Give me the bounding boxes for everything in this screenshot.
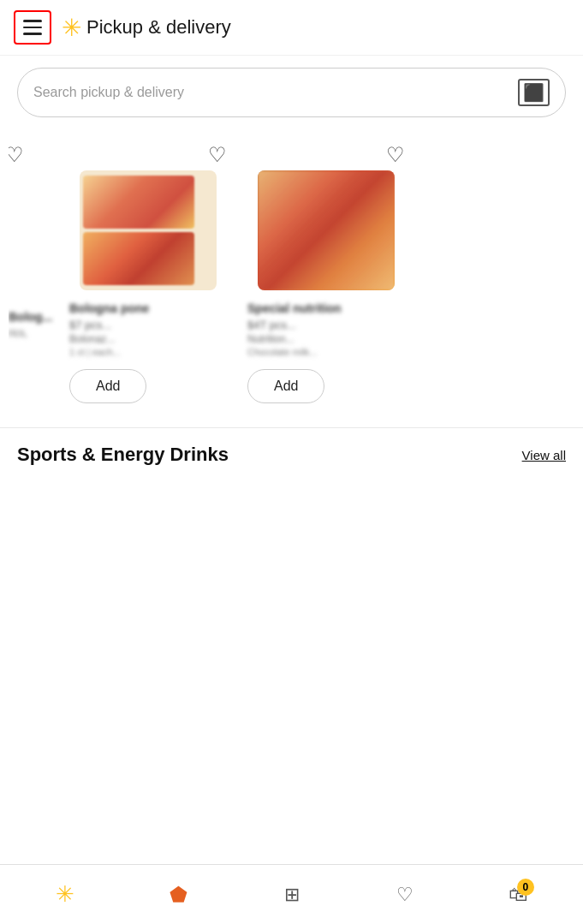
menu-icon-line2 <box>23 27 42 29</box>
nav-item-cart[interactable]: 🛍 0 <box>461 884 574 906</box>
product-card-1: ♡ Bologna pone $7 pcs... Bolonaz... 1 ct… <box>62 138 234 410</box>
add-button-2[interactable]: Add <box>247 369 324 403</box>
product-desc-2: Nutrition... <box>247 333 294 345</box>
menu-button[interactable] <box>14 10 51 45</box>
product-image-top-1 <box>83 176 194 229</box>
product-image-1 <box>80 170 217 290</box>
product-image-bottom-1 <box>83 232 194 285</box>
header-title: Pickup & delivery <box>86 16 231 39</box>
nav-item-home[interactable]: ✳ <box>9 881 122 908</box>
walmart-logo-icon: ✳ <box>62 14 81 42</box>
barcode-scanner-icon[interactable]: ⬛ <box>518 79 550 106</box>
favorites-icon: ♡ <box>396 884 413 906</box>
product-image-2 <box>258 170 395 290</box>
product-image-inner-2 <box>258 170 395 290</box>
product-desc-1: Bolonaz... <box>69 333 115 345</box>
add-button-1[interactable]: Add <box>69 369 146 403</box>
menu-icon-line1 <box>23 20 42 22</box>
bottom-nav: ✳ ⬟ ⊞ ♡ 🛍 0 <box>0 864 583 924</box>
product-name-1: Bologna pone <box>69 301 149 316</box>
search-bar[interactable]: Search pickup & delivery ⬛ <box>17 68 566 117</box>
walmart-home-icon: ✳ <box>56 881 74 908</box>
view-all-link[interactable]: View all <box>522 448 566 462</box>
products-scroll: ♡ Bolog... rics, ♡ Bologna pone $7 pcs..… <box>0 138 583 410</box>
departments-icon: ⬟ <box>170 883 187 907</box>
sports-energy-section-header: Sports & Energy Drinks View all <box>0 428 583 473</box>
favorite-button-1[interactable]: ♡ <box>208 145 227 165</box>
product-weight-1: $7 pcs... <box>69 319 111 331</box>
nav-item-departments[interactable]: ⬟ <box>122 883 235 907</box>
header-brand: ✳ Pickup & delivery <box>62 14 231 42</box>
cart-badge: 0 <box>517 879 534 896</box>
sports-energy-section-title: Sports & Energy Drinks <box>17 444 229 466</box>
favorite-button-2[interactable]: ♡ <box>386 145 405 165</box>
products-section: ♡ Bolog... rics, ♡ Bologna pone $7 pcs..… <box>0 129 583 410</box>
services-icon: ⊞ <box>284 884 300 906</box>
favorite-button-partial[interactable]: ♡ <box>9 145 24 165</box>
product-name-partial: Bolog... <box>9 309 56 325</box>
search-container: Search pickup & delivery ⬛ <box>0 56 583 129</box>
product-name-2: Special nutrition <box>247 301 342 316</box>
nav-item-services[interactable]: ⊞ <box>235 884 348 906</box>
product-sub-1: 1 ct | each... <box>69 347 121 357</box>
search-placeholder-text: Search pickup & delivery <box>33 85 184 100</box>
cart-wrapper: 🛍 0 <box>509 884 527 906</box>
product-image-stack-1 <box>80 172 217 289</box>
product-weight-2: $4T pcs... <box>247 319 296 331</box>
product-sub-2: Chocolate milk... <box>247 347 317 357</box>
header: ✳ Pickup & delivery <box>0 0 583 56</box>
nav-item-favorites[interactable]: ♡ <box>348 884 461 906</box>
product-card-2: ♡ Special nutrition $4T pcs... Nutrition… <box>241 138 412 410</box>
product-desc-partial: rics, <box>9 327 56 339</box>
menu-icon-line3 <box>23 33 42 35</box>
product-card-partial: ♡ Bolog... rics, <box>9 138 56 410</box>
